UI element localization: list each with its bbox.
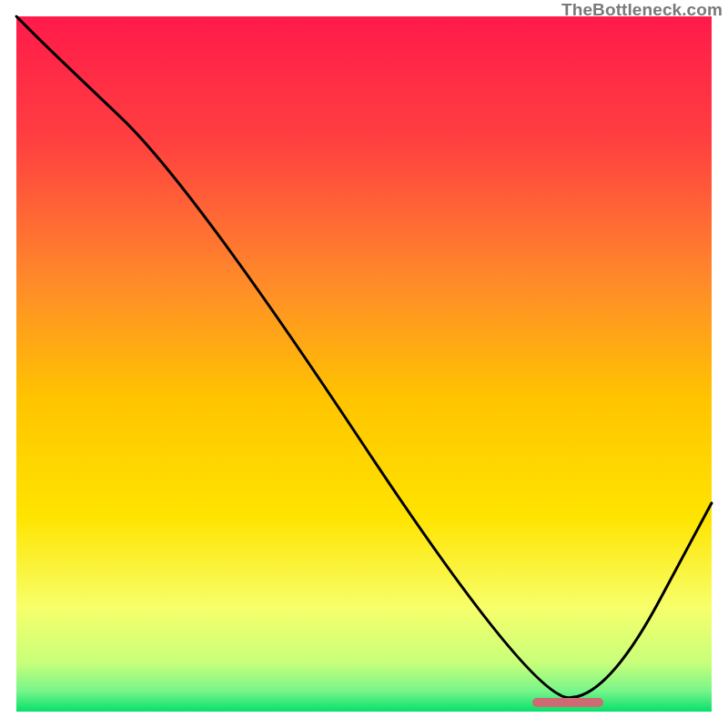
bottleneck-curve <box>16 16 712 712</box>
optimal-range-marker <box>532 698 603 707</box>
chart-frame: TheBottleneck.com <box>0 0 728 728</box>
attribution-text: TheBottleneck.com <box>561 0 723 20</box>
plot-area <box>16 16 712 712</box>
